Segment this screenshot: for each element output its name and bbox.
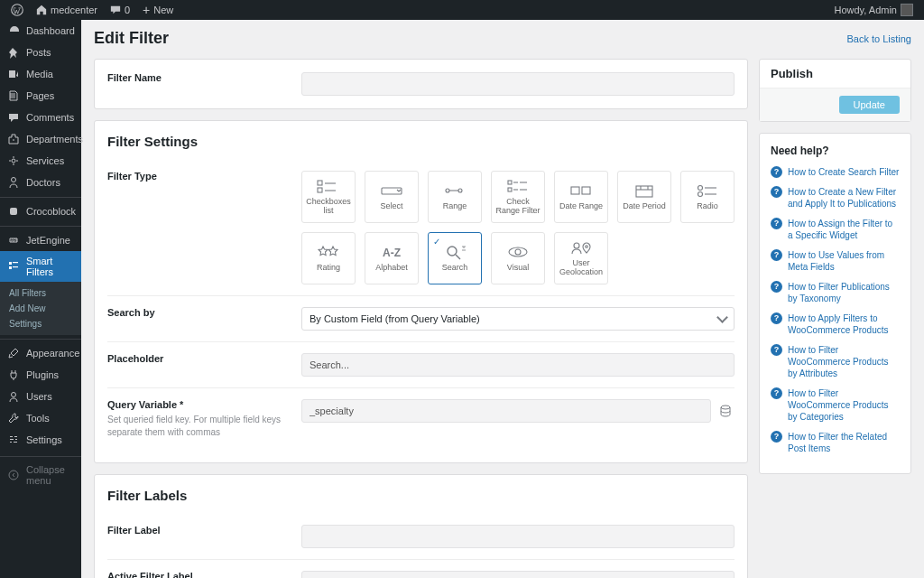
svg-point-45 [515, 249, 521, 255]
help-heading: Need help? [771, 144, 900, 157]
filter-label-label: Filter Label [107, 525, 161, 536]
comment-count-label: 0 [125, 5, 130, 15]
user-menu-button[interactable]: Howdy, Admin [835, 4, 914, 16]
help-link[interactable]: How to Filter WooCommerce Products by At… [788, 344, 900, 379]
filter-type-select[interactable]: Select [365, 171, 419, 223]
date-range-icon [568, 182, 594, 199]
filter-type-radio[interactable]: Radio [680, 171, 735, 223]
question-icon: ? [771, 312, 782, 324]
help-link[interactable]: How to Assign the Filter to a Specific W… [788, 218, 900, 241]
help-link[interactable]: How to Use Values from Meta Fields [788, 249, 900, 273]
menu-label: Comments [26, 112, 74, 123]
svg-rect-7 [9, 266, 12, 269]
brush-icon [7, 347, 20, 359]
update-button[interactable]: Update [839, 96, 900, 114]
query-var-input[interactable] [301, 399, 711, 423]
menu-label: Doctors [26, 177, 60, 188]
menu-label: Departments [26, 134, 83, 144]
filter-type-search[interactable]: ✓Search [428, 232, 482, 284]
svg-rect-13 [15, 439, 17, 440]
search-by-select[interactable]: By Custom Field (from Query Variable) [301, 307, 735, 331]
filter-type-label: Visual [507, 264, 529, 273]
comments-button[interactable]: 0 [110, 5, 130, 15]
menu-item-media[interactable]: Media [0, 63, 81, 85]
filter-type-label: Range [443, 202, 467, 211]
menu-item-services[interactable]: Services [0, 150, 81, 172]
help-link[interactable]: How to Filter the Related Post Items [788, 431, 900, 454]
filter-name-box: Filter Name [94, 59, 748, 109]
question-icon: ? [771, 387, 782, 399]
filter-type-grid: Checkboxes listSelectRangeCheck Range Fi… [301, 171, 735, 284]
filter-type-checkboxes-list[interactable]: Checkboxes list [301, 171, 356, 223]
question-icon: ? [771, 186, 782, 198]
site-name-button[interactable]: medcenter [36, 5, 97, 15]
search-icon [442, 244, 467, 260]
help-link[interactable]: How to Create Search Filter [788, 166, 899, 178]
menu-item-tools[interactable]: Tools [0, 407, 81, 429]
submenu-all_filters[interactable]: All Filters [0, 285, 81, 301]
menu-item-crocoblock[interactable]: Crocoblock [0, 197, 81, 222]
submenu-settings[interactable]: Settings [0, 316, 81, 331]
new-content-button[interactable]: + New [143, 4, 173, 16]
menu-item-jetengine[interactable]: APIJetEngine [0, 226, 81, 251]
menu-item-comments[interactable]: Comments [0, 107, 81, 128]
publish-box: Publish Update [759, 59, 911, 122]
filter-type-range[interactable]: Range [428, 171, 482, 223]
menu-item-departments[interactable]: Departments [0, 128, 81, 150]
jet-icon: API [7, 234, 20, 247]
menu-item-dashboard[interactable]: Dashboard [0, 20, 81, 42]
submenu-add_new[interactable]: Add New [0, 301, 81, 316]
menu-item-doctors[interactable]: Doctors [0, 172, 81, 193]
menu-item-users[interactable]: Users [0, 386, 81, 407]
filter-type-date-range[interactable]: Date Range [554, 171, 608, 223]
help-link[interactable]: How to Filter WooCommerce Products by Ca… [788, 387, 900, 423]
menu-label: Services [26, 155, 64, 166]
help-link[interactable]: How to Create a New Filter and Apply It … [788, 186, 900, 210]
chevron-down-icon [716, 312, 728, 323]
filter-type-alphabet[interactable]: A-ZAlphabet [365, 232, 419, 284]
active-filter-label-label: Active Filter Label [107, 571, 193, 578]
check-range-filter-icon [505, 178, 531, 194]
menu-item-pages[interactable]: Pages [0, 85, 81, 107]
filter-type-date-period[interactable]: Date Period [617, 171, 671, 223]
page-icon [7, 89, 20, 102]
plug-icon [7, 368, 20, 381]
menu-item-plugins[interactable]: Plugins [0, 364, 81, 386]
svg-rect-25 [508, 181, 512, 184]
menu-item-smartfilters[interactable]: Smart Filters [0, 251, 81, 282]
svg-text:A-Z: A-Z [383, 247, 401, 259]
active-filter-label-input[interactable] [301, 571, 735, 578]
question-icon: ? [771, 344, 782, 356]
help-link[interactable]: How to Filter Publications by Taxonomy [788, 281, 900, 304]
placeholder-input[interactable] [301, 353, 735, 377]
help-item: ?How to Apply Filters to WooCommerce Pro… [771, 312, 900, 336]
user-icon [7, 390, 20, 403]
back-link[interactable]: Back to Listing [846, 33, 911, 44]
menu-item-collapse[interactable]: Collapse menu [0, 456, 81, 490]
menu-label: Collapse menu [26, 464, 74, 486]
filter-type-visual[interactable]: Visual [491, 232, 545, 284]
help-item: ?How to Create Search Filter [771, 166, 900, 178]
menu-label: Tools [26, 413, 50, 424]
help-link[interactable]: How to Apply Filters to WooCommerce Prod… [788, 312, 900, 336]
gear2-icon [7, 434, 20, 446]
visual-icon [505, 244, 531, 260]
menu-item-settings[interactable]: Settings [0, 429, 81, 451]
filter-type-check-range-filter[interactable]: Check Range Filter [491, 171, 545, 223]
filter-type-user-geolocation[interactable]: User Geolocation [554, 232, 608, 284]
database-icon[interactable] [716, 402, 735, 420]
svg-rect-33 [636, 186, 652, 197]
menu-label: Settings [26, 434, 62, 445]
help-item: ?How to Filter WooCommerce Products by A… [771, 344, 900, 379]
svg-rect-6 [13, 262, 18, 263]
menu-item-appearance[interactable]: Appearance [0, 339, 81, 364]
filter-type-label: Select [380, 202, 402, 211]
svg-point-42 [448, 247, 457, 256]
filter-type-rating[interactable]: Rating [301, 232, 356, 284]
filter-name-input[interactable] [301, 72, 735, 96]
filter-settings-box: Filter Settings Filter Type Checkboxes l… [94, 120, 748, 463]
menu-item-posts[interactable]: Posts [0, 42, 81, 63]
wp-logo-button[interactable] [11, 4, 23, 16]
filter-label-input[interactable] [301, 525, 735, 548]
svg-point-39 [698, 192, 703, 197]
